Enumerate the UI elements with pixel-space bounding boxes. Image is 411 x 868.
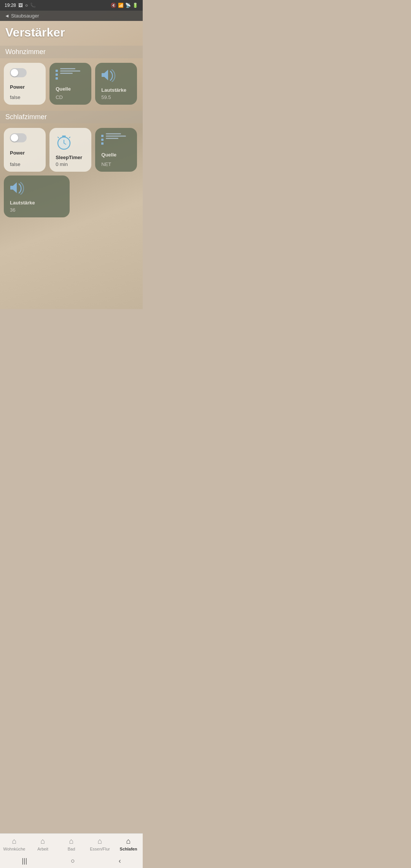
status-bar: 19:28 🖼 ○ 📞 🔇 📶 📡 🔋: [0, 0, 143, 11]
wohn-quelle-icon-area: [56, 68, 85, 81]
svg-rect-1: [62, 136, 66, 137]
schlaf-sleeptimer-card[interactable]: SleepTimer 0 min: [49, 128, 91, 172]
schlaf-quelle-label: Quelle: [101, 152, 131, 158]
schlaf-dot2: [101, 139, 104, 141]
schlaf-quelle-lines: [106, 133, 131, 139]
dot2: [56, 73, 58, 76]
wohn-lautstaerke-label: Lautstärke: [101, 87, 131, 93]
phone-icon: 📞: [30, 3, 36, 8]
wohnzimmer-cards: Power false Quelle CD: [0, 60, 143, 108]
section-header-wohnzimmer: Wohnzimmer: [0, 46, 143, 58]
wohn-lautstaerke-card[interactable]: Lautstärke 59.5: [95, 63, 137, 105]
schlaf-timer-icon: [56, 133, 72, 150]
source-line-1: [60, 68, 75, 69]
signal-icon: 📡: [125, 3, 131, 8]
wohn-quelle-value: CD: [56, 94, 85, 100]
source-line-2: [60, 70, 80, 72]
schlaf-dot3: [101, 142, 104, 145]
dot1: [56, 70, 58, 72]
svg-line-3: [58, 137, 59, 138]
schlaf-sleeptimer-label: SleepTimer: [56, 155, 85, 160]
schlaf-power-toggle-knob: [11, 134, 18, 142]
circle-icon: ○: [25, 3, 28, 8]
page-title: Verstärker: [0, 21, 143, 43]
schlafzimmer-cards: Power false SleepTimer 0 min: [0, 125, 143, 220]
dot3: [56, 77, 58, 80]
wohn-quelle-label: Quelle: [56, 86, 85, 92]
schlaf-power-toggle-wrap: [10, 133, 40, 142]
schlaf-power-value: false: [10, 161, 40, 167]
wifi-icon: 📶: [118, 3, 124, 8]
schlaf-lautstaerke-label: Lautstärke: [10, 200, 64, 206]
schlaf-source-line-1: [106, 133, 121, 134]
wohn-power-toggle-wrap: [10, 68, 40, 77]
wohn-speaker-icon-wrap: [101, 68, 131, 83]
wohn-power-label: Power: [10, 84, 40, 90]
svg-line-2: [69, 137, 70, 138]
back-arrow-icon: ◄: [5, 13, 10, 19]
schlaf-timer-icon-wrap: [56, 133, 85, 152]
wohn-power-toggle-knob: [11, 69, 18, 77]
schlaf-speaker-icon-wrap: [10, 181, 64, 196]
mute-icon: 🔇: [111, 3, 116, 8]
back-nav[interactable]: ◄ Staubsauger: [0, 11, 143, 21]
photo-icon: 🖼: [18, 3, 23, 8]
schlaf-quelle-card[interactable]: Quelle NET: [95, 128, 137, 172]
time-display: 19:28: [5, 3, 16, 8]
schlaf-power-label: Power: [10, 150, 40, 156]
schlaf-sleeptimer-value: 0 min: [56, 161, 85, 167]
wohn-quelle-lines: [60, 68, 85, 74]
schlaf-power-card[interactable]: Power false: [4, 128, 46, 172]
wohn-quelle-card[interactable]: Quelle CD: [49, 63, 91, 105]
schlaf-quelle-icon-area: [101, 133, 131, 146]
wohn-power-toggle[interactable]: [10, 68, 27, 77]
wohn-power-value: false: [10, 94, 40, 100]
schlaf-lautstaerke-card[interactable]: Lautstärke 36: [4, 176, 70, 217]
wohn-lautstaerke-value: 59.5: [101, 94, 131, 100]
schlaf-lautstaerke-value: 36: [10, 207, 64, 213]
schlaf-source-line-2: [106, 136, 126, 137]
schlaf-dot1: [101, 135, 104, 137]
wohn-speaker-icon: [101, 68, 116, 82]
schlaf-source-line-3: [106, 138, 118, 139]
status-left: 19:28 🖼 ○ 📞: [5, 3, 36, 8]
section-header-schlafzimmer: Schlafzimmer: [0, 111, 143, 123]
schlaf-quelle-dots: [101, 133, 104, 146]
battery-icon: 🔋: [132, 3, 138, 8]
source-line-3: [60, 73, 73, 74]
schlaf-speaker-icon: [10, 181, 25, 195]
status-right: 🔇 📶 📡 🔋: [111, 3, 138, 8]
schlaf-power-toggle[interactable]: [10, 133, 27, 142]
wohn-power-card[interactable]: Power false: [4, 63, 46, 105]
schlaf-quelle-value: NET: [101, 161, 131, 167]
wohn-quelle-dots: [56, 68, 58, 81]
back-nav-label: Staubsauger: [11, 13, 39, 19]
